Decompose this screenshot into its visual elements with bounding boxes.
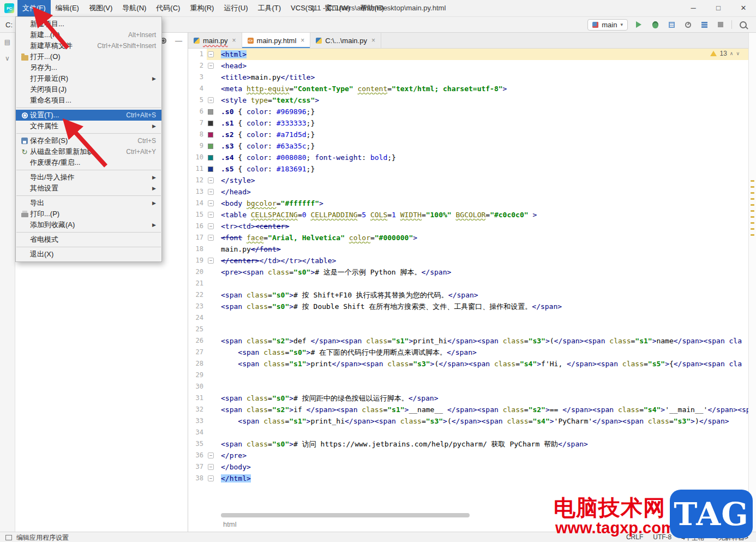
fold-marker-icon[interactable]: −	[208, 475, 214, 481]
code-text[interactable]: .s2 { color: #a71d5d;}	[221, 129, 748, 140]
menubar-item[interactable]: 导航(N)	[117, 0, 151, 16]
menubar-item[interactable]: 文件(F)	[17, 0, 51, 16]
tab-close-icon[interactable]: ×	[301, 37, 304, 44]
code-text[interactable]: .s0 { color: #969896;}	[221, 106, 748, 117]
code-line[interactable]: 18main.py</font>	[188, 243, 748, 255]
warning-stripe-mark[interactable]	[751, 222, 754, 224]
status-item[interactable]: <无解释器>	[715, 533, 748, 542]
menubar-item[interactable]: VCS(S)	[286, 0, 320, 16]
editor-tab[interactable]: C:\...\main.py×	[310, 33, 381, 48]
project-tool-icon[interactable]: ▤	[4, 38, 10, 46]
close-button[interactable]: ✕	[731, 0, 756, 16]
code-text[interactable]	[221, 278, 748, 289]
code-line[interactable]: 5−<style type="text/css">	[188, 94, 748, 106]
code-text[interactable]: <font face="Arial, Helvetica" color="#00…	[221, 232, 748, 243]
menu-item[interactable]: 文件属性▶	[16, 121, 161, 132]
menubar-item[interactable]: 运行(U)	[219, 0, 253, 16]
color-swatch[interactable]	[208, 121, 213, 126]
code-text[interactable]: <pre><span class="s0"># 这是一个示例 Python 脚本…	[221, 266, 748, 278]
code-line[interactable]: 14−<body bgcolor="#ffffff">	[188, 198, 748, 209]
code-line[interactable]: 30	[188, 381, 748, 392]
inspections-widget[interactable]: 13 ∧ ∨	[710, 50, 740, 57]
code-line[interactable]: 21	[188, 278, 748, 289]
code-line[interactable]: 16−<tr><td><center>	[188, 221, 748, 232]
horizontal-scrollbar[interactable]	[220, 513, 737, 517]
code-text[interactable]: </pre>	[221, 450, 748, 461]
tab-close-icon[interactable]: ×	[371, 37, 375, 44]
menu-item[interactable]: 新建草稿文件Ctrl+Alt+Shift+Insert	[16, 40, 161, 51]
menu-item[interactable]: 新建...(N)Alt+Insert	[16, 29, 161, 40]
code-text[interactable]: <table CELLSPACING=0 CELLPADDING=5 COLS=…	[221, 209, 748, 221]
minimize-button[interactable]: ─	[681, 0, 706, 16]
code-line[interactable]: 13−</head>	[188, 186, 748, 198]
menu-item[interactable]: 另存为...	[16, 62, 161, 73]
menu-item[interactable]: ↻从磁盘全部重新加载Ctrl+Alt+Y	[16, 146, 161, 157]
code-line[interactable]: 4<meta http-equiv="Content-Type" content…	[188, 83, 748, 94]
services-button[interactable]	[699, 19, 710, 30]
code-text[interactable]: .s1 { color: #333333;}	[221, 117, 748, 129]
code-text[interactable]: <span class="s2">if </span><span class="…	[221, 404, 748, 415]
navigation-bar[interactable]: C:	[5, 21, 13, 29]
fold-marker-icon[interactable]: −	[208, 51, 214, 57]
fold-marker-icon[interactable]: −	[208, 258, 214, 264]
code-line[interactable]: 26<span class="s2">def </span><span clas…	[188, 335, 748, 347]
code-line[interactable]: 35<span class="s0"># 访问 https://www.jetb…	[188, 438, 748, 450]
next-warning-icon[interactable]: ∨	[736, 51, 740, 56]
code-text[interactable]: .s5 { color: #183691;}	[221, 163, 748, 175]
fold-marker-icon[interactable]: −	[208, 189, 214, 195]
menubar-item[interactable]: 代码(C)	[151, 0, 185, 16]
menubar-item[interactable]: 窗口(W)	[320, 0, 355, 16]
menubar-item[interactable]: 重构(R)	[185, 0, 219, 16]
code-line[interactable]: 25	[188, 324, 748, 335]
warning-stripe-mark[interactable]	[751, 234, 754, 236]
code-text[interactable]: </style>	[221, 175, 748, 186]
code-text[interactable]: <style type="text/css">	[221, 94, 748, 106]
hide-panel-icon[interactable]: —	[175, 37, 182, 45]
menu-item[interactable]: 导出/导入操作▶	[16, 172, 161, 183]
code-line[interactable]: 11.s5 { color: #183691;}	[188, 163, 748, 175]
code-line[interactable]: 9.s3 { color: #63a35c;}	[188, 140, 748, 152]
profiler-button[interactable]	[682, 19, 693, 30]
fold-marker-icon[interactable]: −	[208, 63, 214, 69]
chevron-down-icon[interactable]: ∨	[5, 55, 10, 62]
code-text[interactable]: .s3 { color: #63a35c;}	[221, 140, 748, 152]
code-text[interactable]: <span class="s0"># 访问 https://www.jetbra…	[221, 438, 748, 450]
code-text[interactable]: .s4 { color: #008080; font-weight: bold;…	[221, 152, 748, 163]
code-line[interactable]: 29	[188, 370, 748, 381]
code-line[interactable]: 1−<html>	[188, 49, 748, 60]
debug-button[interactable]	[650, 19, 661, 30]
code-area[interactable]: 1−<html>2−<head>3<title>main.py</title>4…	[188, 49, 748, 484]
editor-tab[interactable]: main.py×	[188, 33, 242, 48]
color-swatch[interactable]	[208, 144, 213, 149]
coverage-button[interactable]	[666, 19, 677, 30]
code-line[interactable]: 31<span class="s0"># 按间距中的绿色按钮以运行脚本。</sp…	[188, 392, 748, 404]
code-line[interactable]: 33 <span class="s1">print_hi</span><span…	[188, 415, 748, 427]
fold-marker-icon[interactable]: −	[208, 200, 214, 206]
warning-stripe-mark[interactable]	[751, 180, 754, 182]
menu-item[interactable]: 重命名项目...	[16, 95, 161, 106]
code-text[interactable]	[221, 381, 748, 392]
menubar-item[interactable]: 工具(T)	[253, 0, 286, 16]
warning-stripe-mark[interactable]	[751, 204, 754, 206]
menu-item[interactable]: 导出▶	[16, 198, 161, 209]
menubar-item[interactable]: 编辑(E)	[51, 0, 84, 16]
fold-marker-icon[interactable]: −	[208, 97, 214, 103]
code-line[interactable]: 6.s0 { color: #969896;}	[188, 106, 748, 117]
run-config-selector[interactable]: main ▾	[587, 19, 628, 31]
fold-marker-icon[interactable]: −	[208, 235, 214, 241]
status-item[interactable]: CRLF	[626, 533, 643, 542]
status-item[interactable]: UTF-8	[653, 533, 671, 542]
tool-windows-toggle-icon[interactable]	[5, 535, 12, 540]
code-text[interactable]: <tr><td><center>	[221, 221, 748, 232]
menu-item[interactable]: 作废缓存/重启...	[16, 157, 161, 168]
menu-item[interactable]: 其他设置▶	[16, 183, 161, 194]
code-line[interactable]: 28 <span class="s1">print</span><span cl…	[188, 358, 748, 370]
code-line[interactable]: 10.s4 { color: #008080; font-weight: bol…	[188, 152, 748, 163]
color-swatch[interactable]	[208, 109, 213, 115]
breadcrumb[interactable]: html	[223, 520, 237, 528]
menu-item[interactable]: 添加到收藏(A)▶	[16, 219, 161, 230]
status-item[interactable]: 4个空格	[681, 533, 705, 542]
code-text[interactable]: <span class="s0"># 按 Double Shift 在所有地方搜…	[221, 301, 748, 312]
code-text[interactable]	[221, 370, 748, 381]
code-line[interactable]: 15−<table CELLSPACING=0 CELLPADDING=5 CO…	[188, 209, 748, 221]
